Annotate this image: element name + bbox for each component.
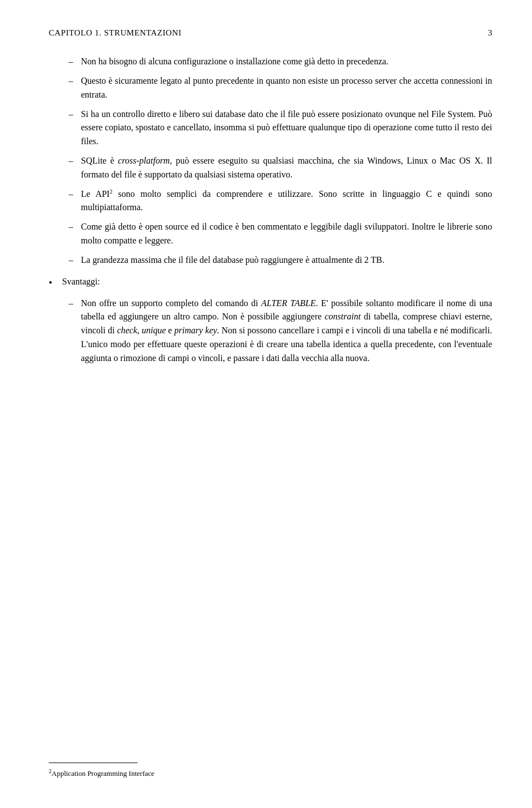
dash-marker: – xyxy=(69,55,81,69)
list-item: – Si ha un controllo diretto e libero su… xyxy=(69,108,492,149)
dash-marker: – xyxy=(69,74,81,88)
svantaggi-list: – Non offre un supporto completo del com… xyxy=(69,297,492,365)
superscript-2: 2 xyxy=(110,188,112,194)
advantages-list: – Non ha bisogno di alcuna configurazion… xyxy=(69,55,492,267)
dash-marker: – xyxy=(69,108,81,121)
footnote-text: 2Application Programming Interface xyxy=(49,769,155,777)
item-text: Questo è sicuramente legato al punto pre… xyxy=(81,74,492,102)
footnote-section: 2Application Programming Interface xyxy=(49,763,492,780)
svantaggi-bullet-item: • Svantaggi: xyxy=(49,275,492,291)
list-item: – SQLite è cross-platform, può essere es… xyxy=(69,154,492,182)
page-number: 3 xyxy=(488,27,493,39)
item-text: Come già detto è open source ed il codic… xyxy=(81,220,492,248)
list-item: – Come già detto è open source ed il cod… xyxy=(69,220,492,248)
dash-marker: – xyxy=(69,220,81,234)
chapter-title: CAPITOLO 1. STRUMENTAZIONI xyxy=(49,27,182,39)
svantaggi-bullet-list: • Svantaggi: xyxy=(49,275,492,291)
bullet-marker: • xyxy=(49,275,62,291)
footnote-rule xyxy=(49,763,137,763)
dash-marker: – xyxy=(69,297,81,311)
dash-marker: – xyxy=(69,253,81,267)
svantaggi-label: Svantaggi: xyxy=(62,275,100,289)
item-text: Non offre un supporto completo del coman… xyxy=(81,297,492,365)
list-item: – Non ha bisogno di alcuna configurazion… xyxy=(69,55,492,69)
list-item: – Non offre un supporto completo del com… xyxy=(69,297,492,365)
item-text: La grandezza massima che il file del dat… xyxy=(81,253,492,267)
dash-marker: – xyxy=(69,187,81,201)
list-item: – Le API2 sono molto semplici da compren… xyxy=(69,187,492,215)
item-text: Non ha bisogno di alcuna configurazione … xyxy=(81,55,492,69)
item-text: SQLite è cross-platform, può essere eseg… xyxy=(81,154,492,182)
main-content: – Non ha bisogno di alcuna configurazion… xyxy=(49,55,492,365)
item-text: Si ha un controllo diretto e libero sui … xyxy=(81,108,492,149)
svantaggi-inner: – Non offre un supporto completo del com… xyxy=(49,297,492,365)
page: CAPITOLO 1. STRUMENTAZIONI 3 – Non ha bi… xyxy=(0,0,532,808)
list-item: – Questo è sicuramente legato al punto p… xyxy=(69,74,492,102)
svantaggi-section: • Svantaggi: – Non offre un supporto com… xyxy=(49,275,492,365)
list-item: – La grandezza massima che il file del d… xyxy=(69,253,492,267)
footnote-label: Application Programming Interface xyxy=(52,769,155,777)
dash-marker: – xyxy=(69,154,81,168)
page-header: CAPITOLO 1. STRUMENTAZIONI 3 xyxy=(49,27,492,39)
item-text: Le API2 sono molto semplici da comprende… xyxy=(81,187,492,215)
